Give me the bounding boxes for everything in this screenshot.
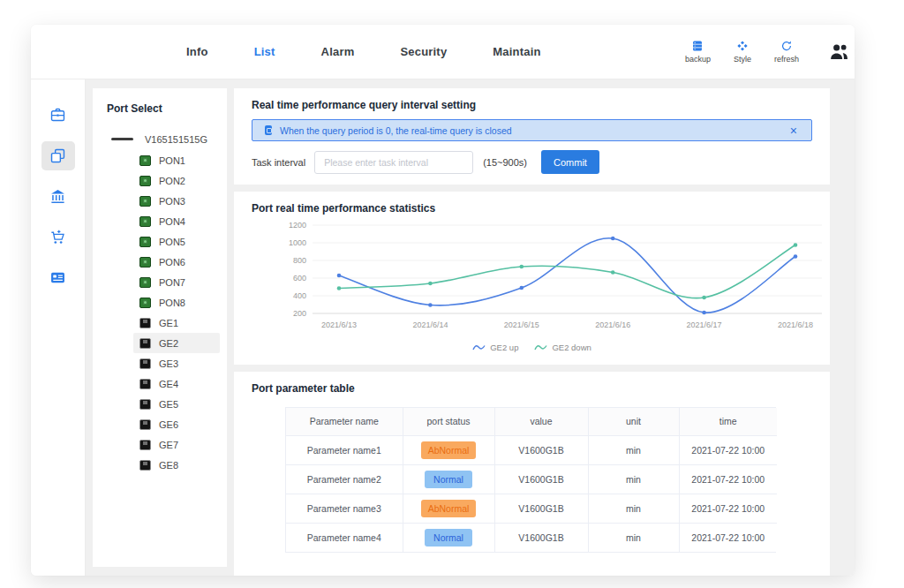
task-interval-label: Task interval bbox=[252, 157, 305, 168]
ge-port-icon bbox=[139, 358, 151, 369]
tree-port-pon8[interactable]: PON8 bbox=[133, 292, 220, 313]
rail-item-card[interactable] bbox=[41, 263, 75, 292]
svg-text:2021/6/17: 2021/6/17 bbox=[687, 320, 722, 329]
tree-port-pon1[interactable]: PON1 bbox=[133, 150, 220, 170]
port-label: GE4 bbox=[159, 379, 178, 389]
col-header-unit: unit bbox=[588, 408, 679, 435]
cell-port-status: Normal bbox=[403, 464, 494, 494]
device-label: V165151515G bbox=[145, 134, 207, 145]
rail-item-briefcase[interactable] bbox=[41, 101, 75, 130]
tree-port-pon4[interactable]: PON4 bbox=[133, 211, 220, 231]
users-button[interactable] bbox=[829, 42, 849, 61]
svg-text:2021/6/16: 2021/6/16 bbox=[595, 320, 630, 329]
ge-port-icon bbox=[139, 419, 151, 430]
tree-device-node[interactable]: V165151515G bbox=[93, 128, 227, 150]
table-header-row: Parameter nameport statusvalueunittime bbox=[286, 408, 777, 435]
tree-port-ge8[interactable]: GE8 bbox=[133, 455, 220, 475]
range-hint: (15~900s) bbox=[483, 157, 527, 168]
app-body: Port Select V165151515G PON1PON2PON3PON4… bbox=[31, 79, 855, 576]
close-icon[interactable]: × bbox=[788, 124, 799, 137]
users-icon bbox=[829, 42, 849, 61]
status-badge: Normal bbox=[425, 471, 472, 488]
tree-port-list: PON1PON2PON3PON4PON5PON6PON7PON8GE1GE2GE… bbox=[93, 150, 227, 475]
port-label: GE1 bbox=[159, 318, 178, 328]
parameter-table-title: Port parameter table bbox=[252, 382, 812, 395]
nav-tab-security[interactable]: Security bbox=[377, 45, 470, 58]
cell-parameter-name: Parameter name1 bbox=[286, 435, 403, 464]
nav-tab-alarm[interactable]: Alarm bbox=[298, 45, 378, 58]
port-label: GE7 bbox=[159, 440, 178, 450]
rail-item-bank[interactable] bbox=[41, 182, 75, 211]
device-dash-icon bbox=[111, 138, 133, 140]
svg-text:2021/6/15: 2021/6/15 bbox=[504, 320, 539, 329]
status-badge: AbNormal bbox=[421, 441, 477, 459]
cell-time: 2021-07-22 10:00 bbox=[679, 523, 777, 552]
svg-text:200: 200 bbox=[293, 309, 306, 318]
tree-port-ge6[interactable]: GE6 bbox=[133, 414, 220, 434]
refresh-button[interactable]: refresh bbox=[774, 40, 799, 64]
rail-item-copy[interactable] bbox=[41, 141, 75, 170]
performance-chart: 200400600800100012002021/6/132021/6/1420… bbox=[273, 218, 829, 338]
main-column: Real time performance query interval set… bbox=[234, 88, 830, 567]
port-label: PON1 bbox=[159, 155, 185, 166]
cell-parameter-name: Parameter name3 bbox=[286, 494, 403, 523]
rail-item-cart[interactable] bbox=[41, 222, 75, 252]
tree-port-pon7[interactable]: PON7 bbox=[133, 272, 220, 292]
pon-port-icon bbox=[139, 155, 151, 166]
pon-port-icon bbox=[139, 257, 151, 268]
nav-tab-info[interactable]: Info bbox=[163, 45, 231, 58]
col-header-port-status: port status bbox=[403, 408, 494, 435]
svg-text:1000: 1000 bbox=[289, 238, 306, 247]
interval-setting-section: Real time performance query interval set… bbox=[234, 88, 830, 185]
chart-legend: GE2 upGE2 down bbox=[252, 340, 812, 354]
pon-port-icon bbox=[139, 216, 151, 227]
nav-tab-maintain[interactable]: Maintain bbox=[470, 45, 563, 58]
style-button[interactable]: Style bbox=[734, 40, 751, 64]
port-label: GE2 bbox=[159, 338, 178, 349]
main-nav: InfoListAlarmSecurityMaintain bbox=[163, 45, 564, 58]
backup-button[interactable]: backup bbox=[685, 40, 711, 64]
svg-text:1200: 1200 bbox=[289, 221, 306, 230]
cell-value: V1600G1B bbox=[494, 435, 588, 464]
svg-text:800: 800 bbox=[293, 256, 306, 265]
copy-icon bbox=[49, 147, 66, 164]
notice-icon bbox=[265, 125, 272, 135]
cell-value: V1600G1B bbox=[494, 464, 588, 494]
cell-unit: min bbox=[588, 435, 679, 464]
tree-port-ge3[interactable]: GE3 bbox=[133, 353, 220, 373]
pon-port-icon bbox=[139, 298, 151, 308]
tree-port-ge2[interactable]: GE2 bbox=[133, 333, 220, 353]
legend-ge2-up[interactable]: GE2 up bbox=[472, 340, 518, 354]
cell-value: V1600G1B bbox=[494, 494, 588, 523]
task-interval-input[interactable] bbox=[314, 151, 473, 174]
tree-port-pon6[interactable]: PON6 bbox=[133, 252, 220, 272]
port-select-title: Port Select bbox=[93, 102, 227, 115]
port-label: PON3 bbox=[159, 196, 185, 207]
notice-banner: When the query period is 0, the real-tim… bbox=[252, 119, 812, 141]
ge-port-icon bbox=[139, 318, 151, 328]
ge-port-icon bbox=[139, 460, 151, 471]
pon-port-icon bbox=[139, 237, 151, 247]
refresh-icon bbox=[780, 40, 793, 52]
ge-port-icon bbox=[139, 399, 151, 410]
tree-port-ge4[interactable]: GE4 bbox=[133, 373, 220, 394]
tree-port-pon3[interactable]: PON3 bbox=[133, 191, 220, 211]
svg-text:2021/6/18: 2021/6/18 bbox=[778, 320, 813, 329]
tree-port-ge1[interactable]: GE1 bbox=[133, 313, 220, 333]
tree-port-ge5[interactable]: GE5 bbox=[133, 394, 220, 414]
refresh-label: refresh bbox=[774, 55, 799, 64]
tree-port-pon5[interactable]: PON5 bbox=[133, 231, 220, 252]
app-header: InfoListAlarmSecurityMaintain backupStyl… bbox=[31, 25, 855, 79]
commit-button[interactable]: Commit bbox=[541, 150, 599, 174]
wave-icon bbox=[472, 343, 486, 351]
tree-port-pon2[interactable]: PON2 bbox=[133, 170, 220, 191]
port-label: PON7 bbox=[159, 277, 185, 288]
backup-icon bbox=[691, 40, 704, 52]
notice-text: When the query period is 0, the real-tim… bbox=[280, 125, 780, 136]
col-header-value: value bbox=[494, 408, 588, 435]
tree-port-ge7[interactable]: GE7 bbox=[133, 434, 220, 455]
nav-tab-list[interactable]: List bbox=[231, 45, 298, 58]
card-icon bbox=[49, 269, 66, 286]
legend-ge2-down[interactable]: GE2 down bbox=[534, 340, 591, 354]
status-badge: AbNormal bbox=[421, 500, 477, 517]
